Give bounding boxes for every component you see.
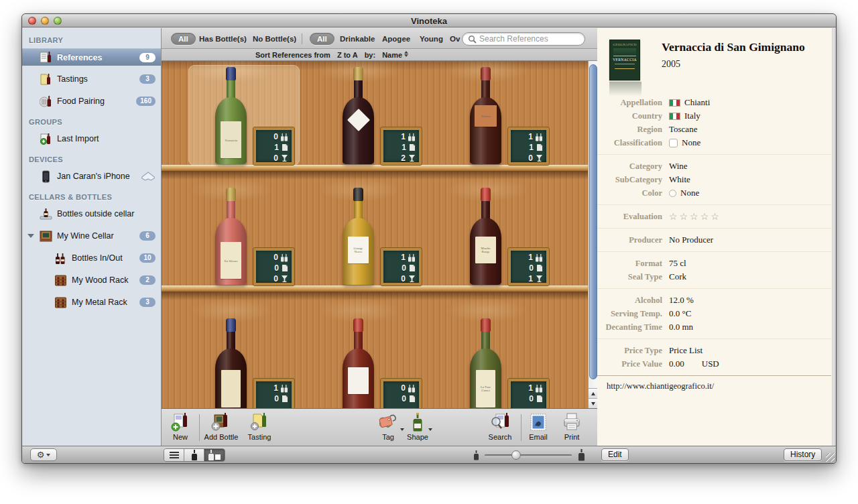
wine-bottle[interactable]: [343, 67, 374, 164]
scroll-up-button[interactable]: [589, 388, 598, 398]
classification-checkbox[interactable]: [669, 139, 678, 147]
sort-by-label: by:: [365, 51, 376, 59]
sidebar-item-references[interactable]: References 9: [22, 48, 161, 66]
filter-divider: [302, 34, 302, 44]
count-row: 0: [256, 131, 288, 142]
slider-track[interactable]: [485, 454, 572, 456]
count-value: 0: [529, 263, 534, 273]
filter-bottles-all[interactable]: All: [171, 33, 196, 45]
filter-age-all[interactable]: All: [310, 33, 334, 45]
wine-bottle[interactable]: Kulana: [470, 67, 501, 164]
wine-bottle[interactable]: En Silence: [215, 188, 247, 285]
details-scroll-area[interactable]: [832, 28, 837, 447]
shape-button[interactable]: Shape: [400, 411, 435, 446]
bottle-body: En Silence: [215, 218, 247, 285]
bottle-count-icon: [536, 253, 543, 262]
sidebar-item-my-metal-rack[interactable]: My Metal Rack 3: [22, 294, 161, 311]
filter-has-bottles[interactable]: Has Bottle(s): [199, 33, 247, 45]
bottle-cap: [353, 188, 363, 201]
color-radio[interactable]: [669, 190, 676, 197]
new-button[interactable]: New: [163, 411, 198, 446]
edit-button[interactable]: Edit: [601, 448, 629, 461]
list-view-segment[interactable]: [164, 449, 184, 461]
count-row: 1: [256, 383, 288, 393]
wine-reference-item[interactable]: 00: [319, 318, 424, 408]
bottle-cap: [226, 318, 236, 332]
bottle-view-segment[interactable]: [184, 449, 204, 461]
producer-url-link[interactable]: http://www.chiantigeografico.it/: [597, 376, 831, 391]
count-row: 0: [256, 273, 288, 284]
wine-label-thumbnail[interactable]: GEOGRAFICO VERNACCIA: [609, 40, 640, 80]
wood-rack-icon: [54, 274, 67, 287]
scroll-down-button[interactable]: [589, 398, 598, 408]
wine-bottle[interactable]: Vernaccia: [215, 67, 247, 164]
count-row: 0: [383, 383, 416, 393]
eject-icon[interactable]: [141, 172, 156, 181]
filter-young[interactable]: Young: [420, 33, 443, 45]
sidebar-item-tastings[interactable]: Tastings 3: [22, 70, 161, 88]
search-input[interactable]: [479, 34, 579, 44]
add-bottle-button[interactable]: Add Bottle: [200, 411, 242, 446]
window-resize-grip[interactable]: [826, 453, 835, 462]
wine-bottle[interactable]: Grange Neuve: [343, 188, 374, 285]
wine-reference-item[interactable]: Vernaccia 010: [192, 67, 296, 165]
tasting-count-icon: [536, 143, 543, 151]
sidebar-item-bottles-outside-cellar[interactable]: Bottles outside cellar: [22, 205, 161, 223]
field-value: 0.0 °C: [669, 308, 691, 319]
slider-thumb[interactable]: [511, 450, 521, 460]
sidebar-item-my-wood-rack[interactable]: My Wood Rack 2: [22, 271, 161, 289]
filter-over[interactable]: Ov: [450, 33, 462, 45]
action-gear-button[interactable]: ⚙: [30, 448, 57, 461]
wine-shelf-area[interactable]: Vernaccia 010 112 Kulana 110: [162, 61, 588, 408]
filter-drinkable[interactable]: Drinkable: [340, 33, 375, 45]
filter-apogee[interactable]: Apogee: [382, 33, 410, 45]
count-value: 1: [402, 143, 406, 152]
shelf-view-icon: [208, 450, 221, 460]
disclosure-triangle-icon[interactable]: [27, 234, 34, 238]
wine-bottle[interactable]: La Tour Carnet: [470, 318, 501, 408]
count-chalkboard: 000: [253, 248, 294, 286]
wine-bottle[interactable]: Moulin Rouge: [470, 188, 501, 285]
count-chalkboard: 110: [508, 127, 549, 165]
shelf-view-segment[interactable]: [204, 449, 225, 461]
wine-reference-item[interactable]: Grange Neuve 100: [319, 188, 424, 286]
main-scrollbar[interactable]: [588, 61, 597, 408]
producer-group: ProducerNo Producer: [597, 229, 831, 252]
wine-reference-item[interactable]: En Silence 000: [192, 188, 296, 286]
bottle-cap: [481, 67, 491, 80]
tasting-button[interactable]: Tasting: [242, 411, 277, 446]
sidebar-item-bottles-in-out[interactable]: Bottles In/Out 10: [22, 249, 161, 267]
wine-reference-item[interactable]: Moulin Rouge 101: [446, 188, 551, 286]
print-button[interactable]: Print: [557, 411, 587, 446]
count-row: 0: [511, 153, 543, 164]
wine-bottle[interactable]: [343, 318, 374, 408]
count-chalkboard: 10: [508, 379, 549, 408]
star-rating-control[interactable]: ☆☆☆☆☆: [669, 211, 721, 223]
wine-reference-item[interactable]: 10: [192, 318, 296, 408]
scrollbar-thumb[interactable]: [589, 64, 597, 379]
filter-no-bottles[interactable]: No Bottle(s): [253, 33, 296, 45]
serving-group: Alcohol12.0 % Serving Temp.0.0 °C Decant…: [597, 289, 831, 339]
sidebar-item-iphone[interactable]: Jan Caran's iPhone: [22, 168, 161, 185]
wine-reference-item[interactable]: La Tour Carnet 10: [446, 318, 551, 408]
tasting-icon: [249, 412, 269, 432]
history-button[interactable]: History: [784, 448, 822, 461]
sort-field-control[interactable]: Name: [382, 51, 409, 59]
field-label: Region: [597, 125, 662, 135]
wine-reference-item[interactable]: Kulana 110: [446, 67, 551, 165]
field-value: 0.00: [669, 359, 684, 369]
origin-group: AppellationChianti CountryItaly RegionTo…: [597, 91, 831, 155]
email-button[interactable]: Email: [524, 411, 553, 446]
titlebar[interactable]: Vinoteka: [22, 14, 836, 27]
wine-bottle[interactable]: [215, 318, 247, 408]
wine-reference-item[interactable]: 112: [319, 67, 424, 165]
search-button[interactable]: Search: [482, 411, 518, 446]
sidebar-item-last-import[interactable]: Last Import: [22, 130, 161, 147]
sort-direction-control[interactable]: Z to A: [337, 51, 358, 59]
field-label: Appellation: [597, 98, 662, 108]
search-field[interactable]: [462, 32, 585, 46]
count-badge: 10: [139, 253, 156, 263]
sidebar-item-my-wine-cellar[interactable]: My Wine Cellar 6: [22, 227, 161, 245]
sidebar-item-food-pairing[interactable]: Food Pairing 160: [22, 92, 161, 110]
tasting-count-icon: [282, 264, 288, 272]
